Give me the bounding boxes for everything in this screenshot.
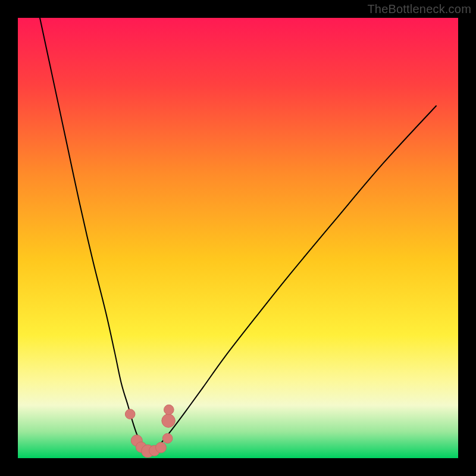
data-marker <box>164 405 174 415</box>
data-marker <box>162 433 173 443</box>
data-marker <box>162 414 176 428</box>
watermark-text: TheBottleneck.com <box>367 2 471 16</box>
plot-area <box>18 18 458 458</box>
data-marker <box>125 409 135 419</box>
data-marker <box>156 442 167 453</box>
chart-svg <box>18 18 458 458</box>
chart-frame: TheBottleneck.com <box>0 0 476 476</box>
gradient-background <box>18 18 458 458</box>
